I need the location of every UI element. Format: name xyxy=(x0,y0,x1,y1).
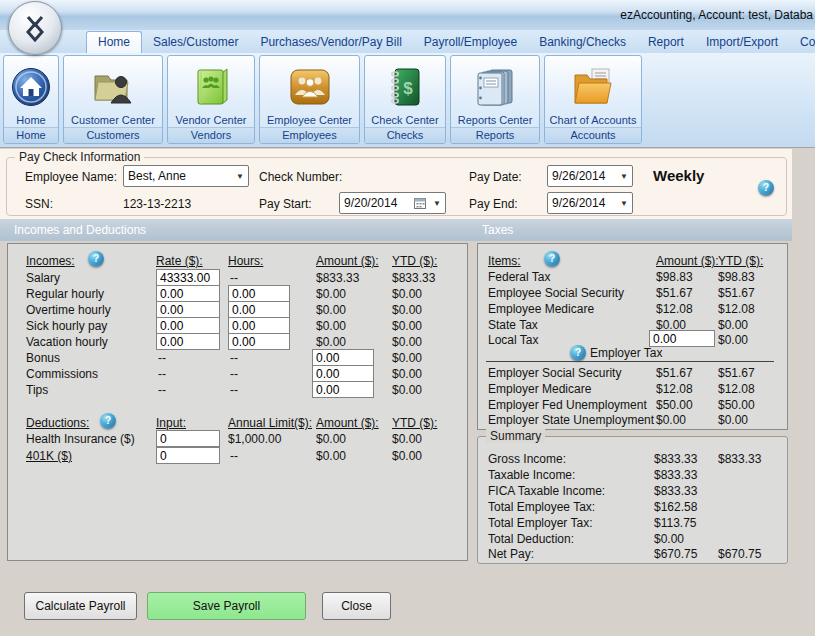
help-icon[interactable]: ? xyxy=(758,180,774,196)
overtime-hourly-rate-input[interactable] xyxy=(156,301,220,318)
toolbar-reports-center-button[interactable]: Reports Center Reports xyxy=(450,55,540,144)
tab-sales-customer[interactable]: Sales/Customer xyxy=(142,32,249,53)
income-row-amount: $0.00 xyxy=(316,287,346,301)
check-number-label: Check Number: xyxy=(259,170,342,184)
taxes-section-title: Taxes xyxy=(482,223,513,237)
tab-purchases-vendor-pay-bill[interactable]: Purchases/Vendor/Pay Bill xyxy=(249,32,412,53)
employer-tax-help-icon[interactable]: ? xyxy=(570,345,586,361)
income-row-ytd: $0.00 xyxy=(392,367,422,381)
toolbar-vendor-center-button[interactable]: Vendor Center Vendors xyxy=(167,55,255,144)
toolbar-employee-center-button[interactable]: Employee Center Employees xyxy=(259,55,360,144)
toolbar-group-label: Vendors xyxy=(168,127,254,143)
tips-amount-input[interactable] xyxy=(312,381,374,398)
toolbar-group-label: Checks xyxy=(365,127,445,143)
income-row-amount: $0.00 xyxy=(316,303,346,317)
toolbar-chart-of-accounts-button[interactable]: Chart of Accounts Accounts xyxy=(544,55,642,144)
employer-tax-row-label: Employer Social Security xyxy=(488,366,621,380)
commissions-amount-input[interactable] xyxy=(312,365,374,382)
tax-row-ytd: $0.00 xyxy=(718,333,748,347)
tab-company[interactable]: Company xyxy=(789,32,815,53)
toolbar-label: Chart of Accounts xyxy=(550,114,637,127)
toolbar-label: Customer Center xyxy=(71,114,155,127)
regular-hourly-rate-input[interactable] xyxy=(156,285,220,302)
toolbar-label: Check Center xyxy=(371,114,438,127)
vacation-hourly-hours-input[interactable] xyxy=(228,333,290,350)
employer-tax-row-amount: $0.00 xyxy=(656,413,686,427)
deduction-row-ytd: $0.00 xyxy=(392,449,422,463)
employer-tax-row-ytd: $0.00 xyxy=(718,413,748,427)
401k-link[interactable]: 401K ($) xyxy=(26,449,72,463)
summary-row-label: Taxable Income: xyxy=(488,468,575,482)
income-row-label: Overtime hourly xyxy=(26,303,111,317)
chevron-down-icon: ▼ xyxy=(616,199,628,208)
income-row-ytd: $0.00 xyxy=(392,351,422,365)
close-button[interactable]: Close xyxy=(322,592,391,620)
toolbar-check-center-button[interactable]: $ Check Center Checks xyxy=(364,55,446,144)
income-row-label: Bonus xyxy=(26,351,60,365)
toolbar-home-button[interactable]: Home Home xyxy=(3,55,59,144)
check-center-icon: $ xyxy=(387,56,423,114)
deduction-row-ytd: $0.00 xyxy=(392,432,422,446)
employee-name-combobox[interactable]: Best, Anne ▼ xyxy=(123,165,249,187)
annual-limit-column-header: Annual Limit($): xyxy=(228,416,312,430)
pay-end-label: Pay End: xyxy=(469,197,518,211)
vacation-hourly-rate-input[interactable] xyxy=(156,333,220,350)
save-payroll-button[interactable]: Save Payroll xyxy=(147,592,306,620)
tax-row-label: Employee Social Security xyxy=(488,286,624,300)
income-row-rate: -- xyxy=(158,383,166,397)
overtime-hourly-hours-input[interactable] xyxy=(228,301,290,318)
items-column-header: Items: xyxy=(488,254,521,268)
incomes-help-icon[interactable]: ? xyxy=(88,251,104,267)
income-row-hours: -- xyxy=(230,351,238,365)
401k-input[interactable] xyxy=(156,447,220,464)
calendar-icon xyxy=(410,197,426,209)
summary-row-label: Total Employer Tax: xyxy=(488,516,593,530)
pay-end-combobox[interactable]: 9/26/2014 ▼ xyxy=(547,192,633,214)
hours-column-header: Hours: xyxy=(228,254,263,268)
toolbar-customer-center-button[interactable]: Customer Center Customers xyxy=(63,55,163,144)
toolbar-label: Home xyxy=(16,114,45,127)
health-insurance-input[interactable] xyxy=(156,430,220,447)
sick-hourly-rate-input[interactable] xyxy=(156,317,220,334)
tax-row-ytd: $12.08 xyxy=(718,302,755,316)
employer-tax-row-ytd: $50.00 xyxy=(718,398,755,412)
chart-of-accounts-icon xyxy=(572,56,614,114)
amount-column-header: Amount ($): xyxy=(656,254,719,268)
taxes-help-icon[interactable]: ? xyxy=(544,251,560,267)
tab-import-export[interactable]: Import/Export xyxy=(695,32,789,53)
home-icon xyxy=(11,56,51,114)
app-logo-icon xyxy=(22,14,48,42)
pay-start-datepicker[interactable]: 9/20/2014 ▼ xyxy=(339,192,446,214)
paycheck-information-groupbox: Pay Check Information Employee Name: Bes… xyxy=(6,157,787,216)
summary-groupbox: Summary Gross Income: $833.33 $833.33 Ta… xyxy=(477,436,788,564)
bonus-amount-input[interactable] xyxy=(312,349,374,366)
section-header-bar: Incomes and Deductions Taxes xyxy=(0,219,792,241)
tab-report[interactable]: Report xyxy=(637,32,695,53)
pay-date-combobox[interactable]: 9/26/2014 ▼ xyxy=(547,165,633,187)
tax-row-amount: $51.67 xyxy=(656,286,693,300)
local-tax-input[interactable] xyxy=(649,330,715,347)
tab-payroll-employee[interactable]: Payroll/Employee xyxy=(413,32,528,53)
svg-text:$: $ xyxy=(403,79,413,98)
app-menu-orb[interactable] xyxy=(8,1,62,55)
tax-row-label: Local Tax xyxy=(488,333,538,347)
employer-tax-row-ytd: $51.67 xyxy=(718,366,755,380)
summary-row-amount: $833.33 xyxy=(654,468,697,482)
regular-hourly-hours-input[interactable] xyxy=(228,285,290,302)
income-row-ytd: $0.00 xyxy=(392,335,422,349)
ribbon-toolbar: Home Home Customer Center Customers xyxy=(0,53,815,148)
income-row-rate: -- xyxy=(158,351,166,365)
salary-rate-input[interactable] xyxy=(156,269,220,286)
sick-hourly-hours-input[interactable] xyxy=(228,317,290,334)
tab-banking-checks[interactable]: Banking/Checks xyxy=(528,32,637,53)
title-bar: ezAccounting, Account: test, Databa xyxy=(0,0,815,31)
deductions-help-icon[interactable]: ? xyxy=(100,413,116,429)
summary-groupbox-title: Summary xyxy=(486,429,545,443)
deduction-row-limit: -- xyxy=(230,449,238,463)
ytd-column-header: YTD ($): xyxy=(392,416,437,430)
tab-home[interactable]: Home xyxy=(86,31,142,53)
ytd-column-header: YTD ($): xyxy=(392,254,437,268)
summary-row-label: Net Pay: xyxy=(488,547,534,561)
tax-row-ytd: $51.67 xyxy=(718,286,755,300)
calculate-payroll-button[interactable]: Calculate Payroll xyxy=(24,592,137,620)
